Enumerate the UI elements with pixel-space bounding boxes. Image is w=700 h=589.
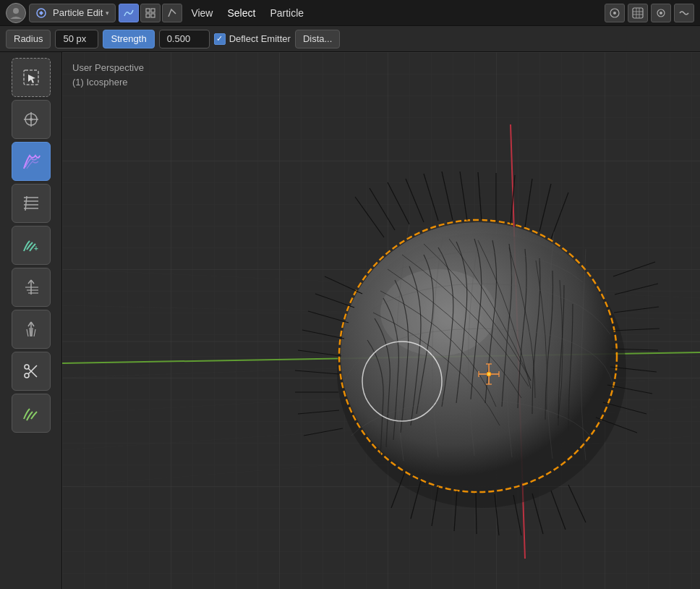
cut-tool-btn[interactable] bbox=[12, 352, 51, 391]
icon-mesh-btn[interactable] bbox=[140, 4, 161, 22]
top-menu-bar: Particle Edit ▾ View Select Particle bbox=[0, 0, 700, 26]
right-icons bbox=[605, 4, 694, 22]
svg-rect-8 bbox=[633, 8, 643, 18]
strength-value[interactable]: 0.500 bbox=[159, 30, 210, 48]
svg-point-20 bbox=[30, 118, 33, 121]
length-tool-btn[interactable] bbox=[12, 268, 51, 307]
svg-text:+: + bbox=[34, 245, 38, 253]
smooth-tool-btn[interactable] bbox=[12, 184, 51, 223]
add-tool-btn[interactable]: + bbox=[12, 226, 51, 265]
svg-point-0 bbox=[13, 8, 19, 14]
svg-rect-4 bbox=[146, 14, 150, 17]
svg-line-36 bbox=[27, 329, 28, 336]
mode-chevron: ▾ bbox=[106, 9, 109, 17]
svg-rect-2 bbox=[146, 9, 150, 12]
radius-value[interactable]: 50 px bbox=[55, 30, 98, 48]
select-tool-btn[interactable] bbox=[12, 58, 51, 97]
svg-line-39 bbox=[34, 329, 35, 336]
weight-tool-btn[interactable] bbox=[12, 394, 51, 433]
wave-icon-btn[interactable] bbox=[674, 4, 694, 22]
grid-background bbox=[62, 52, 700, 589]
cursor-tool-btn[interactable] bbox=[12, 100, 51, 139]
distance-button[interactable]: Dista... bbox=[295, 30, 340, 48]
svg-rect-5 bbox=[151, 14, 155, 17]
strength-button[interactable]: Strength bbox=[103, 30, 154, 48]
view-mode-icons bbox=[119, 4, 182, 22]
select-menu[interactable]: Select bbox=[221, 4, 261, 22]
main-area: + bbox=[0, 52, 700, 589]
deflect-emitter-toggle[interactable]: ✓ Deflect Emitter bbox=[214, 33, 291, 45]
particle-menu[interactable]: Particle bbox=[264, 4, 310, 22]
avatar-button[interactable] bbox=[6, 3, 26, 23]
deflect-label: Deflect Emitter bbox=[229, 33, 291, 44]
svg-line-37 bbox=[30, 328, 30, 336]
svg-point-14 bbox=[660, 12, 662, 14]
mode-selector[interactable]: Particle Edit ▾ bbox=[29, 4, 116, 22]
view-menu[interactable]: View bbox=[185, 4, 218, 22]
svg-marker-16 bbox=[28, 75, 35, 83]
svg-point-57 bbox=[341, 222, 615, 490]
icon-path-btn[interactable] bbox=[162, 4, 182, 22]
svg-point-7 bbox=[613, 12, 616, 14]
radius-label[interactable]: Radius bbox=[6, 30, 51, 48]
comb-tool-btn[interactable] bbox=[12, 142, 51, 181]
origin-icon-btn[interactable] bbox=[605, 4, 625, 22]
render-icon-btn[interactable] bbox=[651, 4, 671, 22]
puff-tool-btn[interactable] bbox=[12, 310, 51, 349]
viewport[interactable]: User Perspective (1) Icosphere bbox=[62, 52, 700, 589]
deflect-checkbox: ✓ bbox=[214, 33, 226, 45]
left-toolbar: + bbox=[0, 52, 62, 589]
icon-curve-btn[interactable] bbox=[119, 4, 139, 22]
grid-icon-btn[interactable] bbox=[628, 4, 648, 22]
svg-rect-3 bbox=[151, 9, 155, 12]
svg-point-104 bbox=[487, 372, 491, 376]
toolbar-bar: Radius 50 px Strength 0.500 ✓ Deflect Em… bbox=[0, 26, 700, 52]
svg-line-38 bbox=[32, 328, 33, 336]
